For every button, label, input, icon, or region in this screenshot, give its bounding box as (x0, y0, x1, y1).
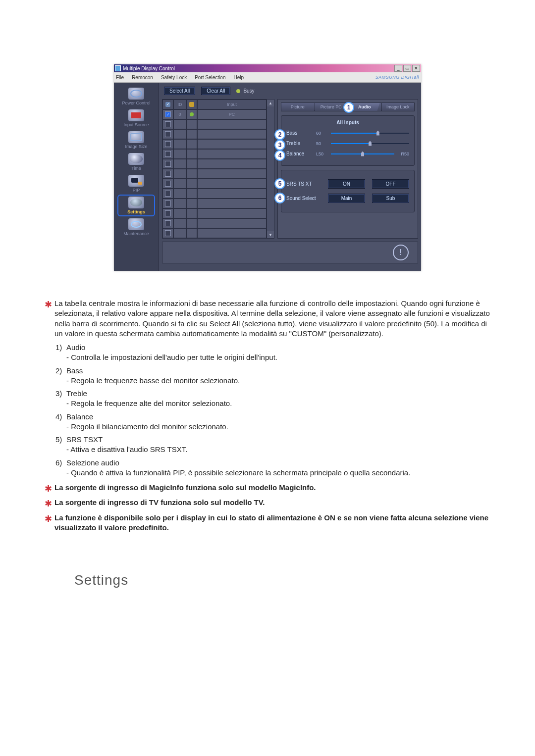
sidebar-item-maintenance[interactable]: Maintenance (118, 217, 154, 237)
treble-row: 3 Treble 50 (286, 141, 409, 146)
sidebar-item-power[interactable]: Power Control (118, 87, 154, 106)
sidebar-label: Settings (127, 209, 145, 214)
callout-2: 2 (274, 129, 285, 140)
time-icon (128, 153, 144, 165)
footnote: ✱ La funzione è disponibile solo per i d… (45, 513, 490, 533)
list-item: 1)Audio - Controlla le impostazioni dell… (55, 343, 490, 363)
grid-row[interactable] (162, 179, 267, 189)
menu-file[interactable]: File (116, 75, 124, 80)
tab-picture[interactable]: Picture (281, 102, 315, 111)
star-icon: ✱ (45, 483, 52, 495)
maintenance-icon (128, 218, 144, 230)
toolbar: Select All Clear All Busy (159, 83, 421, 99)
grid-row[interactable] (162, 149, 267, 159)
star-icon: ✱ (45, 498, 52, 509)
brand-label: SAMSUNG DIGITall (375, 75, 419, 80)
sidebar-label: Maintenance (123, 231, 149, 236)
scroll-down-icon[interactable]: ▼ (267, 231, 274, 238)
callout-3: 3 (274, 140, 285, 151)
row-status-icon (186, 109, 197, 119)
power-icon (128, 88, 144, 100)
grid-row[interactable] (162, 228, 267, 238)
select-all-button[interactable]: Select All (164, 87, 195, 95)
grid-row[interactable] (162, 199, 267, 208)
header-id: ID (173, 100, 186, 109)
clear-all-button[interactable]: Clear All (201, 87, 230, 95)
menu-help[interactable]: Help (233, 75, 244, 80)
header-check-icon (162, 100, 173, 109)
srs-off-button[interactable]: OFF (372, 179, 409, 189)
grid-row[interactable]: 0 PC (162, 109, 267, 119)
app-icon (115, 65, 121, 71)
close-button[interactable]: ✕ (412, 65, 420, 72)
header-input: Input (197, 100, 267, 109)
audio-toggles-box: 5 SRS TS XT ON OFF 6 Sound Select Main S (281, 170, 415, 212)
sound-sub-button[interactable]: Sub (372, 194, 409, 203)
sidebar-item-pip[interactable]: PIP (118, 174, 154, 194)
menu-safety[interactable]: Safety Lock (161, 75, 187, 80)
intro-text: La tabella centrale mostra le informazio… (54, 299, 490, 339)
sidebar: Power Control Input Source Image Size Ti… (114, 83, 159, 271)
scroll-track[interactable] (267, 106, 274, 231)
sidebar-label: Time (131, 166, 141, 171)
callout-5: 5 (274, 178, 285, 189)
sidebar-item-time[interactable]: Time (118, 152, 154, 172)
treble-label: Treble (286, 141, 312, 146)
grid-row[interactable] (162, 218, 267, 228)
imagesize-icon (128, 131, 144, 143)
bass-slider[interactable] (331, 133, 409, 134)
header-status-icon (186, 100, 197, 109)
tab-picture-pc[interactable]: Picture PC (315, 102, 348, 111)
sidebar-item-input[interactable]: Input Source (118, 108, 154, 128)
sidebar-item-settings[interactable]: Settings (118, 196, 154, 215)
treble-value: 50 (316, 141, 327, 146)
sound-main-button[interactable]: Main (328, 194, 365, 203)
maximize-button[interactable]: ▭ (403, 65, 411, 72)
grid-row[interactable] (162, 189, 267, 199)
balance-left: L50 (316, 151, 327, 156)
srs-on-button[interactable]: ON (328, 179, 365, 189)
sidebar-label: Image Size (125, 144, 147, 149)
grid-scrollbar[interactable]: ▲ ▼ (267, 99, 274, 239)
description-block: ✱ La tabella centrale mostra le informaz… (20, 291, 515, 533)
balance-slider[interactable] (331, 153, 394, 154)
treble-slider[interactable] (331, 143, 409, 144)
list-item: 5)SRS TSXT - Attiva e disattiva l'audio … (55, 435, 490, 455)
grid-row[interactable] (162, 129, 267, 139)
scroll-up-icon[interactable]: ▲ (267, 100, 274, 106)
bass-value: 60 (316, 131, 327, 136)
alert-icon (393, 245, 409, 260)
srs-label: SRS TS XT (286, 181, 321, 187)
pip-icon (128, 175, 144, 187)
grid-row[interactable] (162, 169, 267, 179)
list-item: 6)Selezione audio - Quando è attiva la f… (55, 458, 490, 478)
tab-label: Image Lock (386, 104, 410, 109)
intro-note: ✱ La tabella centrale mostra le informaz… (45, 299, 490, 339)
grid-row[interactable] (162, 159, 267, 169)
sound-select-label: Sound Select (286, 196, 321, 201)
grid-row[interactable] (162, 119, 267, 129)
app-title: Multiple Display Control (123, 66, 175, 71)
audio-sliders-box: All Inputs 2 Bass 60 (281, 115, 415, 166)
row-checkbox[interactable] (162, 109, 173, 119)
minimize-button[interactable]: _ (394, 65, 402, 72)
menu-port[interactable]: Port Selection (195, 75, 225, 80)
settings-icon (128, 197, 144, 208)
sidebar-item-imagesize[interactable]: Image Size (118, 130, 154, 150)
tab-image-lock[interactable]: Image Lock (381, 102, 415, 111)
bass-label: Bass (286, 130, 312, 136)
grid-row[interactable] (162, 208, 267, 218)
sound-select-row: 6 Sound Select Main Sub (286, 194, 409, 203)
sidebar-label: PIP (133, 188, 140, 193)
sidebar-label: Power Control (122, 101, 150, 105)
window-buttons: _ ▭ ✕ (394, 65, 420, 72)
section-heading: Settings (74, 572, 515, 588)
numbered-list: 1)Audio - Controlla le impostazioni dell… (45, 343, 490, 478)
list-item: 3)Treble - Regola le frequenze alte del … (55, 389, 490, 409)
menu-remocon[interactable]: Remocon (132, 75, 153, 80)
grid-header: ID Input (162, 100, 267, 109)
tab-audio[interactable]: 1 Audio (348, 102, 381, 111)
row-id: 0 (173, 109, 186, 119)
grid-row[interactable] (162, 139, 267, 149)
title-bar: Multiple Display Control _ ▭ ✕ (114, 64, 421, 72)
